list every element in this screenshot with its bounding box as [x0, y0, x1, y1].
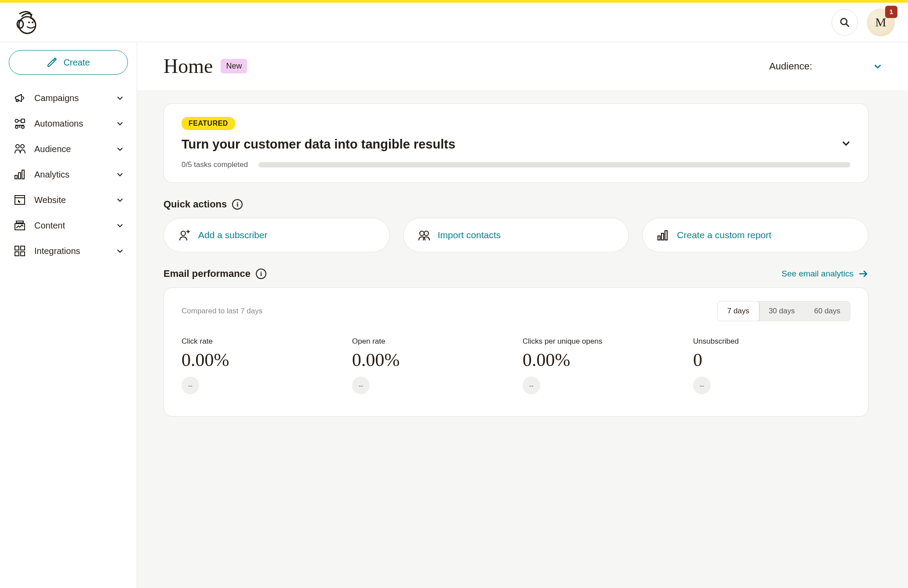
notification-badge: 1	[885, 6, 897, 18]
svg-rect-25	[661, 233, 664, 240]
topbar: M 1	[0, 3, 908, 42]
date-range-30-days[interactable]: 30 days	[759, 301, 805, 321]
svg-point-3	[32, 22, 33, 23]
perf-compare-text: Compared to last 7 days	[182, 307, 262, 316]
featured-expand-button[interactable]	[842, 139, 850, 148]
sidebar-item-automations[interactable]: Automations	[9, 111, 128, 136]
svg-rect-26	[665, 231, 667, 240]
info-icon[interactable]: i	[232, 199, 243, 210]
svg-point-2	[28, 22, 30, 23]
add-user-icon	[178, 229, 190, 241]
megaphone-icon	[13, 91, 26, 105]
perf-stat-compare-badge: --	[523, 377, 540, 394]
perf-stat-unsubscribed: Unsubscribed 0 --	[693, 337, 850, 394]
email-performance-card: Compared to last 7 days 7 days 30 days 6…	[163, 287, 868, 417]
new-badge: New	[221, 59, 247, 73]
page-header: Home New Audience:	[137, 42, 908, 90]
svg-point-10	[16, 145, 19, 148]
bar-chart-icon	[657, 229, 669, 241]
date-range-toggle: 7 days 30 days 60 days	[717, 301, 850, 321]
svg-point-9	[22, 126, 24, 128]
quick-action-create-report[interactable]: Create a custom report	[642, 218, 868, 252]
audience-select[interactable]: Audience:	[769, 61, 882, 72]
chevron-down-icon	[116, 145, 123, 152]
chevron-down-icon	[874, 62, 882, 70]
svg-rect-18	[21, 246, 25, 250]
user-avatar[interactable]: M 1	[867, 8, 895, 36]
chevron-down-icon	[116, 222, 123, 229]
info-icon[interactable]: i	[256, 269, 266, 279]
chevron-down-icon	[842, 139, 850, 148]
create-button[interactable]: Create	[9, 50, 128, 75]
website-icon	[13, 193, 26, 207]
svg-point-8	[15, 126, 18, 128]
integrations-icon	[13, 244, 26, 258]
perf-stat-open-rate: Open rate 0.00% --	[352, 337, 509, 394]
svg-rect-24	[658, 236, 660, 240]
date-range-60-days[interactable]: 60 days	[804, 301, 850, 321]
chevron-down-icon	[116, 94, 123, 102]
svg-rect-19	[15, 252, 19, 256]
users-icon	[418, 229, 430, 241]
svg-point-21	[181, 231, 185, 236]
svg-line-5	[846, 24, 849, 26]
content-icon	[13, 219, 26, 232]
featured-progress-text: 0/5 tasks completed	[182, 160, 248, 169]
quick-action-add-subscriber[interactable]: Add a subscriber	[163, 218, 390, 252]
sidebar-item-content[interactable]: Content	[9, 213, 128, 238]
quick-actions-title: Quick actions	[163, 199, 227, 210]
email-performance-title: Email performance	[163, 268, 251, 279]
arrow-right-icon	[858, 269, 868, 279]
svg-rect-12	[15, 175, 17, 179]
perf-stat-compare-badge: --	[182, 377, 199, 394]
featured-card: FEATURED Turn your customer data into ta…	[163, 103, 868, 183]
chevron-down-icon	[116, 196, 123, 203]
featured-progress-bar	[258, 162, 850, 167]
quick-action-import-contacts[interactable]: Import contacts	[403, 218, 629, 252]
logo[interactable]	[13, 10, 38, 35]
search-icon	[839, 17, 850, 28]
svg-point-11	[21, 145, 24, 148]
svg-rect-7	[21, 119, 25, 123]
perf-stat-compare-badge: --	[693, 377, 711, 394]
svg-point-23	[424, 231, 429, 236]
perf-stat-compare-badge: --	[352, 377, 370, 394]
svg-rect-17	[15, 246, 19, 250]
sidebar-item-integrations[interactable]: Integrations	[9, 238, 128, 264]
chevron-down-icon	[116, 247, 123, 254]
sidebar-item-audience[interactable]: Audience	[9, 136, 128, 162]
sidebar-item-website[interactable]: Website	[9, 187, 128, 213]
automations-icon	[13, 117, 26, 130]
page-title: Home	[163, 54, 213, 78]
date-range-7-days[interactable]: 7 days	[717, 301, 759, 321]
search-button[interactable]	[832, 9, 858, 36]
bar-chart-icon	[13, 168, 26, 181]
mailchimp-logo-icon	[13, 10, 38, 35]
perf-stat-clicks-per-open: Clicks per unique opens 0.00% --	[523, 337, 680, 394]
chevron-down-icon	[116, 120, 123, 127]
sidebar-item-campaigns[interactable]: Campaigns	[9, 85, 128, 111]
pencil-icon	[47, 57, 57, 68]
audience-icon	[13, 142, 26, 156]
chevron-down-icon	[116, 171, 123, 178]
svg-rect-14	[22, 170, 24, 179]
featured-title: Turn your customer data into tangible re…	[182, 137, 455, 152]
main-content: Home New Audience: FEATURED Turn your cu…	[137, 42, 908, 588]
avatar-initial: M	[875, 15, 886, 29]
see-email-analytics-link[interactable]: See email analytics	[781, 269, 868, 279]
svg-rect-20	[21, 252, 25, 256]
svg-point-6	[15, 120, 18, 123]
sidebar-item-analytics[interactable]: Analytics	[9, 162, 128, 187]
svg-rect-13	[18, 173, 21, 179]
svg-point-22	[420, 231, 424, 236]
featured-badge: FEATURED	[182, 117, 235, 130]
perf-stat-click-rate: Click rate 0.00% --	[182, 337, 339, 394]
sidebar: Create Campaigns Automations	[0, 42, 137, 588]
